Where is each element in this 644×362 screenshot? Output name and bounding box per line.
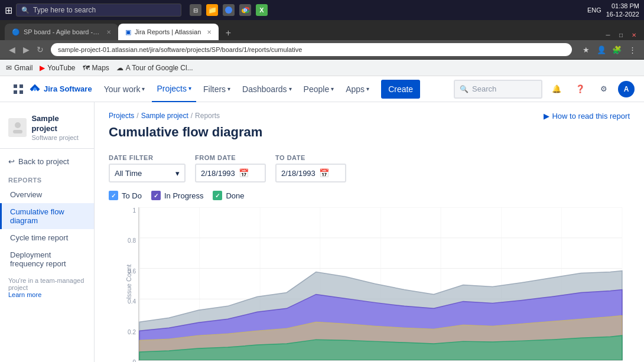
browser-tab-1[interactable]: 🔵 SP board - Agile board - Jira ✕ (5, 24, 118, 40)
main-layout: Sample project Software project ↩ Back t… (0, 102, 644, 362)
new-tab-button[interactable]: + (221, 26, 235, 40)
nav-people[interactable]: People ▾ (299, 76, 339, 102)
bookmark-maps[interactable]: 🗺 Maps (83, 64, 109, 72)
jira-logo-text: Jira Software (44, 84, 92, 93)
windows-button[interactable]: ⊞ (5, 5, 12, 16)
extensions-icon[interactable]: 🧩 (611, 44, 623, 56)
tabs-bar: 🔵 SP board - Agile board - Jira ✕ ▣ Jira… (0, 20, 644, 40)
project-info: Sample project Software project (31, 114, 86, 141)
sidebar-item-deployment[interactable]: Deployment frequency report (0, 246, 94, 272)
excel-icon[interactable]: X (256, 4, 268, 16)
breadcrumb-reports: Reports (195, 112, 220, 120)
y-label-06: 0.6 (128, 268, 136, 275)
legend-inprogress[interactable]: ✓ In Progress (151, 191, 203, 200)
nav-apps[interactable]: Apps ▾ (341, 76, 374, 102)
apps-grid-button[interactable] (9, 76, 27, 102)
url-input[interactable] (51, 43, 572, 56)
search-icon: 🔍 (21, 6, 30, 14)
sidebar: Sample project Software project ↩ Back t… (0, 102, 95, 362)
y-axis-labels: 1 0.8 0.6 0.4 0.2 0 (121, 207, 136, 362)
forward-button[interactable]: ▶ (20, 44, 32, 56)
breadcrumb-sep-2: / (191, 112, 193, 120)
maps-favicon: 🗺 (83, 64, 90, 72)
help-link[interactable]: ▶ How to read this report (544, 112, 630, 120)
to-date-input[interactable]: 2/18/1993 📅 (275, 164, 346, 182)
legend-todo-checkbox: ✓ (109, 191, 118, 200)
bookmark-youtube[interactable]: ▶ YouTube (40, 64, 75, 72)
taskbar-search[interactable]: 🔍 Type here to search (16, 4, 181, 17)
legend-done[interactable]: ✓ Done (213, 191, 244, 200)
date-filter-value: All Time (115, 169, 142, 178)
browser-chrome: 🔵 SP board - Agile board - Jira ✕ ▣ Jira… (0, 20, 644, 60)
date-filter-select[interactable]: All Time ▾ (109, 164, 186, 182)
bookmark-icon[interactable]: ★ (580, 44, 592, 56)
to-date-group: To date 2/18/1993 📅 (275, 154, 346, 182)
svg-point-0 (225, 6, 232, 14)
team-managed-text: You're in a team-managed project (8, 277, 86, 291)
to-date-label: To date (275, 154, 346, 161)
nav-chevron-4: ▾ (331, 86, 334, 92)
user-avatar[interactable]: A (618, 81, 635, 97)
gmail-favicon: ✉ (6, 64, 12, 72)
nav-buttons: ◀ ▶ ↻ (6, 44, 46, 56)
bookmarks-bar: ✉ Gmail ▶ YouTube 🗺 Maps ☁ A Tour of Goo… (0, 60, 644, 76)
nav-filters[interactable]: Filters ▾ (199, 76, 235, 102)
sidebar-project: Sample project Software project (0, 109, 94, 149)
jira-nav: Jira Software Your work ▾ Projects ▾ Fil… (0, 76, 644, 102)
menu-icon[interactable]: ⋮ (626, 44, 638, 56)
from-date-value: 2/18/1993 (201, 169, 235, 178)
taskbar-lang: ENG (587, 6, 601, 14)
breadcrumb-projects[interactable]: Projects (109, 112, 134, 120)
project-type: Software project (31, 134, 86, 141)
sidebar-item-cycle-time[interactable]: Cycle time report (0, 229, 94, 246)
settings-button[interactable]: ⚙ (594, 80, 613, 99)
from-date-calendar-icon[interactable]: 📅 (239, 168, 249, 178)
file-explorer-icon[interactable]: 📁 (206, 4, 218, 16)
sidebar-item-cumulative[interactable]: Cumulative flow diagram (0, 203, 94, 229)
taskmanager-icon[interactable]: ⊟ (190, 4, 201, 16)
tab1-close[interactable]: ✕ (106, 29, 111, 35)
close-button[interactable]: ✕ (629, 30, 639, 40)
from-date-input[interactable]: 2/18/1993 📅 (195, 164, 266, 182)
bookmark-google-cloud[interactable]: ☁ A Tour of Google Cl... (116, 64, 193, 72)
bookmark-gmail[interactable]: ✉ Gmail (6, 64, 32, 72)
browser-tab-2[interactable]: ▣ Jira Reports | Atlassian ✕ (118, 24, 219, 40)
nav-apps-label: Apps (346, 84, 365, 94)
cumulative-flow-chart (138, 207, 623, 361)
search-box[interactable]: 🔍 Search (454, 80, 542, 99)
y-label-04: 0.4 (128, 298, 136, 305)
back-icon: ↩ (8, 157, 15, 166)
back-button[interactable]: ◀ (6, 44, 18, 56)
nav-projects-label: Projects (157, 84, 187, 93)
nav-dashboards[interactable]: Dashboards ▾ (238, 76, 297, 102)
maximize-button[interactable]: □ (616, 30, 626, 40)
chart-wrapper: Issue Count 1 0.8 0.6 0.4 0.2 0 (121, 207, 630, 362)
chrome-icon[interactable] (239, 4, 251, 16)
help-button[interactable]: ❓ (571, 80, 590, 99)
minimize-button[interactable]: ─ (603, 30, 613, 40)
nav-projects[interactable]: Projects ▾ (152, 76, 196, 102)
learn-more-link[interactable]: Learn more (8, 291, 41, 298)
notifications-button[interactable]: 🔔 (547, 80, 566, 99)
back-to-project-button[interactable]: ↩ Back to project (0, 154, 94, 169)
gmail-label: Gmail (14, 64, 32, 72)
tab2-close[interactable]: ✕ (207, 29, 212, 35)
svg-rect-7 (19, 90, 23, 94)
legend-inprogress-label: In Progress (164, 191, 203, 200)
sidebar-footer: You're in a team-managed project Learn m… (0, 272, 94, 303)
gcloud-label: A Tour of Google Cl... (126, 64, 193, 72)
create-button[interactable]: Create (381, 80, 420, 99)
nav-people-label: People (304, 84, 330, 94)
profile-icon[interactable]: 👤 (596, 44, 607, 56)
sidebar-item-overview[interactable]: Overview (0, 186, 94, 203)
legend-done-label: Done (226, 191, 244, 200)
to-date-calendar-icon[interactable]: 📅 (319, 168, 329, 178)
nav-your-work[interactable]: Your work ▾ (99, 76, 150, 102)
search-placeholder: Search (472, 84, 496, 93)
breadcrumb-sample-project[interactable]: Sample project (141, 112, 188, 120)
legend-todo[interactable]: ✓ To Do (109, 191, 142, 200)
reload-button[interactable]: ↻ (34, 44, 46, 56)
project-avatar (8, 118, 27, 137)
breadcrumb: Projects / Sample project / Reports (109, 112, 262, 120)
browser-icon-1[interactable] (223, 4, 235, 16)
